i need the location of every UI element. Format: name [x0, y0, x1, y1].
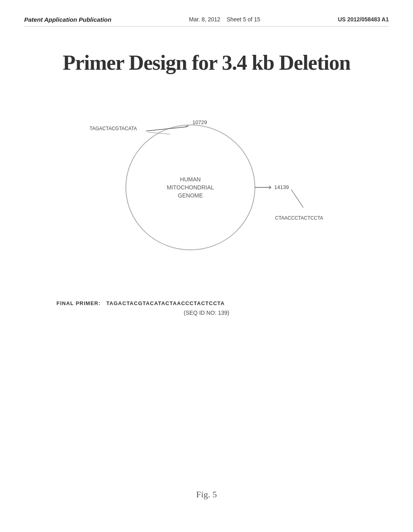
page-header: Patent Application Publication Mar. 8, 2… — [24, 16, 389, 27]
svg-line-10 — [291, 189, 303, 208]
main-title: Primer Design for 3.4 kb Deletion — [24, 51, 389, 75]
publication-title: Patent Application Publication — [24, 16, 111, 23]
date-sheet: Mar. 8, 2012 Sheet 5 of 15 — [189, 16, 261, 23]
position-top-label: 10729 — [192, 119, 207, 125]
diagram-area: HUMAN MITOCHONDRIAL GENOME 10729 TAGACTA… — [24, 91, 389, 284]
final-primer-sequence: TAGACTACGTACATACTAACCCTACTCCTA — [106, 300, 225, 306]
final-primer-label: FINAL PRIMER: TAGACTACGTACATACTAACCCTACT… — [56, 300, 389, 306]
genome-diagram: HUMAN MITOCHONDRIAL GENOME 10729 TAGACTA… — [65, 91, 348, 276]
figure-label: Fig. 5 — [196, 489, 217, 500]
page-container: Patent Application Publication Mar. 8, 2… — [0, 0, 413, 532]
seq-id: (SEQ ID NO: 139) — [24, 310, 389, 316]
seq-right-label: CTAACCCTACTCCTA — [275, 215, 323, 221]
svg-line-4 — [146, 127, 186, 131]
sheet-info: Sheet 5 of 15 — [227, 16, 260, 23]
svg-text:HUMAN: HUMAN — [180, 176, 200, 183]
final-primer-prefix: FINAL PRIMER: — [56, 300, 101, 306]
seq-top-label: TAGACTACGTACATA — [90, 126, 137, 131]
svg-line-5 — [186, 126, 188, 127]
svg-text:MITOCHONDRIAL: MITOCHONDRIAL — [167, 184, 214, 191]
final-primer-section: FINAL PRIMER: TAGACTACGTACATACTAACCCTACT… — [24, 300, 389, 316]
publication-date: Mar. 8, 2012 — [189, 16, 221, 23]
patent-number: US 2012/058483 A1 — [338, 16, 389, 23]
svg-text:GENOME: GENOME — [178, 192, 203, 199]
position-right-label: 14139 — [274, 184, 289, 190]
